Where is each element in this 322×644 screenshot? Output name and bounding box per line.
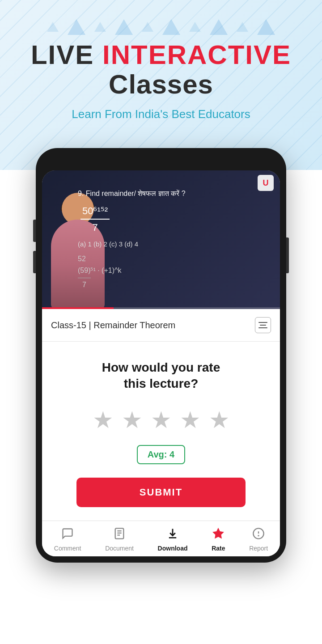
hero-interactive-text: INTERACTIVE	[102, 40, 291, 70]
download-label: Download	[158, 545, 188, 552]
video-logo: U	[258, 175, 274, 191]
math-content: 9. Find remainder/ शेषफल ज्ञात करें ? 50…	[78, 188, 271, 292]
phone-power-button	[286, 237, 289, 273]
video-background: 9. Find remainder/ शेषफल ज्ञात करें ? 50…	[42, 170, 280, 309]
phone-frame: 9. Find remainder/ शेषफल ज्ञात करें ? 50…	[36, 148, 286, 563]
document-icon	[113, 527, 126, 542]
hero-subtitle: Learn From India's Best Educators	[18, 107, 304, 121]
report-label: Report	[249, 545, 268, 552]
nav-item-comment[interactable]: Comment	[54, 527, 81, 552]
comment-label: Comment	[54, 545, 81, 552]
rating-question: How would you ratethis lecture?	[55, 360, 267, 392]
answer-options: (a) 1 (b) 2 (c) 3 (d) 4	[78, 239, 271, 250]
denominator: 7	[80, 220, 110, 235]
rate-icon	[212, 527, 225, 542]
rating-section: How would you ratethis lecture? ★ ★ ★ ★ …	[42, 342, 280, 521]
report-icon	[252, 527, 265, 542]
svg-marker-4	[213, 528, 224, 538]
hero-title-line2: Classes	[18, 70, 304, 99]
class-title-bar: Class-15 | Remainder Theorem	[42, 309, 280, 342]
math-fraction: 50⁶¹⁵² 7	[80, 203, 110, 235]
document-label: Document	[105, 545, 134, 552]
phone-volume-down-button	[33, 251, 36, 273]
phone-notch	[134, 156, 188, 167]
nav-item-download[interactable]: Download	[158, 527, 188, 552]
avg-badge: Avg: 4	[137, 445, 185, 464]
stars-row[interactable]: ★ ★ ★ ★ ★	[55, 408, 267, 432]
svg-point-7	[258, 535, 259, 536]
comment-icon	[61, 527, 74, 542]
rate-label: Rate	[212, 545, 225, 552]
submit-button[interactable]: SUBMIT	[76, 478, 246, 507]
nav-item-rate[interactable]: Rate	[212, 527, 225, 552]
hero-title-line1: LIVE INTERACTIVE	[18, 40, 304, 70]
phone-volume-up-button	[33, 220, 36, 242]
star-1[interactable]: ★	[93, 408, 114, 432]
fraction-display: 50⁶¹⁵² 7	[78, 203, 271, 235]
numerator: 50⁶¹⁵²	[80, 203, 110, 220]
class-title-text: Class-15 | Remainder Theorem	[51, 320, 175, 330]
video-progress-bar[interactable]	[42, 307, 280, 309]
star-5[interactable]: ★	[209, 408, 230, 432]
nav-item-report[interactable]: Report	[249, 527, 268, 552]
math-overlay: 9. Find remainder/ शेषफल ज्ञात करें ? 50…	[42, 170, 280, 309]
hero-live-text: LIVE	[31, 40, 94, 70]
nav-item-document[interactable]: Document	[105, 527, 134, 552]
menu-icon[interactable]	[255, 317, 271, 333]
phone-wrapper: 9. Find remainder/ शेषफल ज्ञात करें ? 50…	[0, 148, 322, 563]
video-progress-fill	[42, 307, 114, 309]
phone-screen: 9. Find remainder/ शेषफल ज्ञात करें ? 50…	[42, 170, 280, 556]
question-text: 9. Find remainder/ शेषफल ज्ञात करें ?	[78, 188, 271, 199]
working-area: 52 (59)⁵¹ · (+1)^k 7	[78, 253, 271, 292]
bottom-navigation: Comment Document	[42, 521, 280, 556]
star-3[interactable]: ★	[151, 408, 172, 432]
video-player[interactable]: 9. Find remainder/ शेषफल ज्ञात करें ? 50…	[42, 170, 280, 309]
download-icon	[166, 527, 179, 542]
star-4[interactable]: ★	[180, 408, 201, 432]
hero-section: LIVE INTERACTIVE Classes Learn From Indi…	[0, 0, 322, 135]
star-2[interactable]: ★	[122, 408, 143, 432]
